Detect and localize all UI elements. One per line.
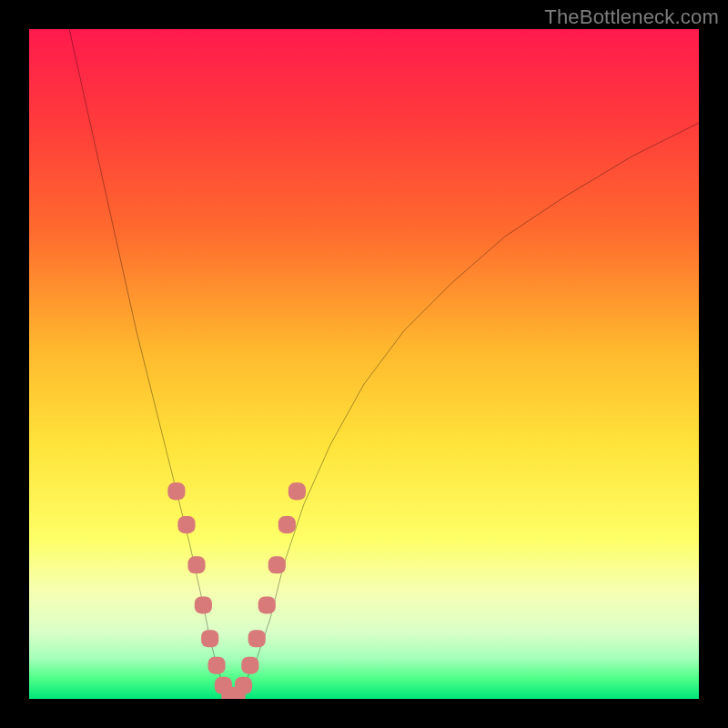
marker-group	[167, 482, 306, 699]
bottleneck-curve	[69, 29, 699, 695]
marker-point	[248, 630, 266, 647]
chart-frame: TheBottleneck.com	[0, 0, 728, 728]
curve-svg	[29, 29, 699, 699]
marker-point	[278, 516, 296, 533]
marker-point	[208, 657, 226, 674]
marker-point	[201, 630, 218, 647]
marker-point	[288, 482, 306, 500]
marker-point	[167, 482, 185, 500]
marker-point	[177, 516, 195, 533]
marker-point	[258, 596, 276, 613]
watermark-text: TheBottleneck.com	[544, 5, 719, 29]
marker-point	[187, 556, 205, 573]
marker-point	[235, 677, 252, 694]
marker-point	[268, 556, 286, 573]
marker-point	[241, 657, 258, 674]
plot-area	[29, 29, 699, 699]
marker-point	[195, 596, 212, 613]
